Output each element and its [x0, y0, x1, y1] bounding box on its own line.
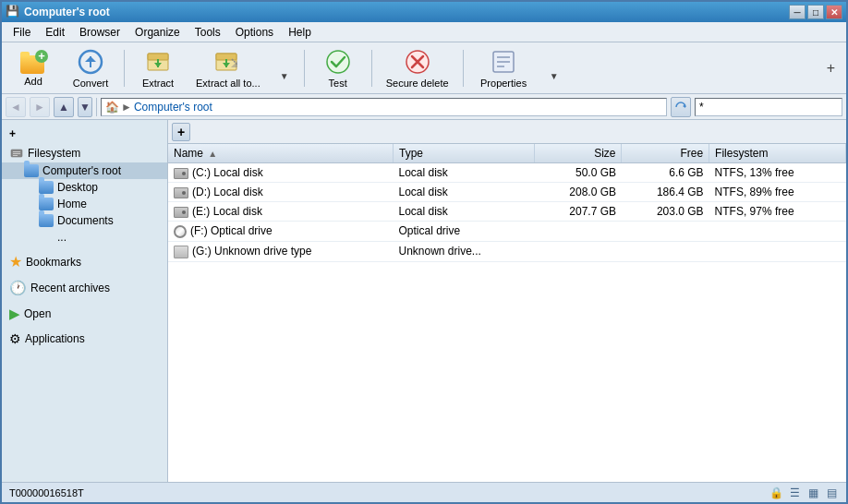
extract-button[interactable]: Extract	[130, 45, 186, 91]
extract-all-dropdown[interactable]: ▼	[271, 45, 298, 91]
col-name[interactable]: Name ▲	[168, 144, 393, 163]
svg-rect-15	[13, 153, 20, 154]
detail-view-icon[interactable]: ▤	[824, 486, 839, 500]
sort-arrow-name: ▲	[208, 149, 217, 159]
table-row[interactable]: (G:) Unknown drive type Unknown drive...	[168, 241, 846, 261]
minimize-button[interactable]: ─	[789, 5, 806, 19]
computer-root-label: Computer's root	[42, 164, 121, 177]
file-type: Local disk	[398, 205, 447, 218]
sidebar-item-bookmarks[interactable]: ★ Bookmarks	[2, 251, 167, 272]
add-button[interactable]: + Add	[6, 45, 61, 91]
menu-tools[interactable]: Tools	[188, 24, 228, 41]
content-area: + Name ▲ Type Size Free Filesystem	[168, 120, 846, 482]
file-name: (E:) Local disk	[192, 205, 262, 218]
file-filesystem: NTFS, 13% free	[715, 166, 794, 179]
close-button[interactable]: ✕	[826, 5, 842, 19]
sidebar-item-desktop[interactable]: Desktop	[2, 179, 167, 196]
sidebar-item-open[interactable]: ▶ Open	[2, 304, 167, 324]
extract-all-button[interactable]: Extract all to...	[188, 45, 269, 91]
file-free: 203.0 GB	[657, 205, 704, 218]
sidebar: + Filesystem Computer's root	[2, 120, 168, 482]
optical-icon	[174, 225, 187, 238]
maximize-button[interactable]: □	[807, 5, 824, 19]
window-title: Computer's root	[24, 6, 789, 18]
toolbar-separator-1	[124, 50, 125, 87]
cell-type: Local disk	[393, 163, 534, 183]
open-label: Open	[24, 307, 51, 320]
status-text: T00000016518T	[9, 487, 769, 498]
breadcrumb: 🏠 ► Computer's root	[105, 101, 212, 114]
test-button[interactable]: Test	[310, 45, 366, 91]
search-input[interactable]	[699, 101, 838, 114]
properties-dropdown[interactable]: ▼	[540, 45, 568, 91]
menubar: File Edit Browser Organize Tools Options…	[2, 22, 846, 42]
secure-delete-label: Secure delete	[386, 78, 449, 89]
sidebar-item-computer-root[interactable]: Computer's root	[2, 162, 167, 179]
lock-icon[interactable]: 🔒	[769, 486, 783, 500]
breadcrumb-computer-root[interactable]: Computer's root	[134, 101, 212, 114]
file-name: (D:) Local disk	[192, 186, 263, 198]
svg-rect-16	[13, 155, 18, 156]
computer-root-icon	[24, 164, 39, 177]
toolbar-plus-button[interactable]: +	[819, 56, 842, 80]
refresh-button[interactable]	[671, 97, 691, 117]
ellipsis-label: ...	[57, 231, 67, 244]
col-type[interactable]: Type	[393, 144, 534, 163]
drive-icon	[174, 207, 188, 218]
extract-label: Extract	[142, 78, 174, 89]
cell-name: (E:) Local disk	[168, 202, 393, 222]
list-view-icon[interactable]: ☰	[787, 486, 802, 500]
cell-free: 203.0 GB	[622, 202, 709, 222]
cell-free	[622, 241, 709, 261]
menu-edit[interactable]: Edit	[38, 24, 72, 41]
menu-options[interactable]: Options	[228, 24, 281, 41]
menu-browser[interactable]: Browser	[72, 24, 127, 41]
titlebar: 💾 Computer's root ─ □ ✕	[2, 2, 846, 22]
cell-type: Local disk	[393, 183, 534, 202]
toolbar: + Add Convert	[2, 42, 846, 94]
search-box	[695, 98, 842, 116]
table-row[interactable]: (F:) Optical drive Optical drive	[168, 222, 846, 242]
svg-marker-12	[683, 104, 685, 108]
file-table: Name ▲ Type Size Free Filesystem (C:) Lo…	[168, 144, 846, 262]
address-path: 🏠 ► Computer's root	[101, 98, 667, 116]
desktop-icon	[39, 181, 54, 194]
menu-file[interactable]: File	[6, 24, 38, 41]
content-add-button[interactable]: +	[172, 123, 190, 141]
table-row[interactable]: (E:) Local disk Local disk 207.7 GB 203.…	[168, 202, 846, 222]
properties-button[interactable]: Properties	[469, 45, 539, 91]
sidebar-item-recent-archives[interactable]: 🕐 Recent archives	[2, 278, 167, 298]
bookmarks-icon: ★	[9, 253, 22, 270]
cell-name: (G:) Unknown drive type	[168, 241, 393, 261]
table-row[interactable]: (C:) Local disk Local disk 50.0 GB 6.6 G…	[168, 163, 846, 183]
table-row[interactable]: (D:) Local disk Local disk 208.0 GB 186.…	[168, 183, 846, 202]
path-dropdown-button[interactable]: ▼	[78, 97, 92, 117]
svg-point-6	[327, 51, 349, 73]
sidebar-item-home[interactable]: Home	[2, 196, 167, 212]
menu-organize[interactable]: Organize	[127, 24, 188, 41]
convert-icon	[76, 48, 105, 76]
grid-view-icon[interactable]: ▦	[806, 486, 820, 500]
cell-name: (F:) Optical drive	[168, 222, 393, 242]
sidebar-item-ellipsis[interactable]: ...	[2, 229, 167, 246]
addressbar: ◄ ► ▲ ▼ 🏠 ► Computer's root	[2, 94, 846, 120]
file-name: (G:) Unknown drive type	[192, 245, 311, 258]
add-icon: +	[18, 50, 48, 74]
cell-size: 50.0 GB	[534, 163, 622, 183]
table-header-row: Name ▲ Type Size Free Filesystem	[168, 144, 846, 163]
secure-delete-button[interactable]: Secure delete	[378, 45, 457, 91]
sidebar-item-filesystem[interactable]: Filesystem	[2, 144, 167, 162]
menu-help[interactable]: Help	[281, 24, 319, 41]
sidebar-item-applications[interactable]: ⚙ Applications	[2, 330, 167, 348]
sidebar-item-documents[interactable]: Documents	[2, 212, 167, 229]
col-free[interactable]: Free	[622, 144, 709, 163]
back-button[interactable]: ◄	[6, 97, 26, 117]
filesystem-label: Filesystem	[28, 147, 80, 160]
convert-button[interactable]: Convert	[63, 45, 118, 91]
forward-button[interactable]: ►	[30, 97, 50, 117]
up-button[interactable]: ▲	[54, 97, 74, 117]
col-filesystem[interactable]: Filesystem	[709, 144, 846, 163]
col-size[interactable]: Size	[534, 144, 622, 163]
sidebar-tree-toggle[interactable]: +	[2, 124, 167, 144]
file-type: Optical drive	[398, 224, 460, 237]
